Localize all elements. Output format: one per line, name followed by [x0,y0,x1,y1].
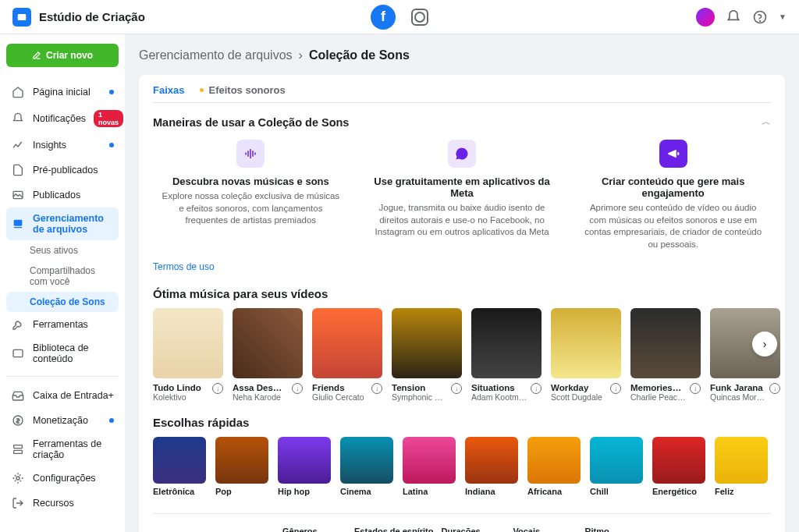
exit-icon [11,496,25,510]
terms-link[interactable]: Termos de uso [153,261,215,272]
download-icon[interactable]: ↓ [371,383,382,394]
nav-published[interactable]: Publicados [6,183,119,207]
download-icon[interactable]: ↓ [292,383,303,394]
download-icon[interactable]: ↓ [690,383,701,394]
category-thumb [278,437,331,484]
category-label: Pop [215,487,268,496]
chat-icon [448,140,476,168]
category-item[interactable]: Indiana [465,437,518,496]
nav-home[interactable]: Página inicial [6,80,119,105]
user-avatar[interactable] [696,8,715,27]
tab-sfx[interactable]: Efeitos sonoros [200,84,285,96]
track-title: Funk Jarana [710,383,763,392]
nav-insights[interactable]: Insights [6,133,119,158]
track-item[interactable]: Workday Scott Dugdale ↓ [551,308,621,402]
dot-indicator [109,418,114,423]
tabs: Faixas Efeitos sonoros [153,84,771,103]
category-item[interactable]: Feliz [715,437,768,496]
download-icon[interactable]: ↓ [531,383,542,394]
facebook-icon[interactable]: f [371,5,396,30]
category-item[interactable]: Eletrônica [153,437,206,496]
category-thumb [215,437,268,484]
help-icon[interactable] [752,9,768,25]
category-thumb [153,437,206,484]
chevron-up-icon[interactable]: ︿ [762,115,771,129]
nav-monetization[interactable]: Monetização [6,408,119,433]
track-artwork [233,308,303,378]
dot-indicator [109,90,114,94]
breadcrumb-current: Coleção de Sons [309,48,410,62]
gear-icon [11,471,25,485]
create-new-button[interactable]: Criar novo [6,44,119,67]
track-item[interactable]: Situations Adam Kootman ↓ [471,308,542,402]
section-quick-title: Escolhas rápidas [153,416,771,429]
track-item[interactable]: Assa Desh Maa... Neha Karode ↓ [233,308,303,402]
nav-prepublished[interactable]: Pré-publicados [6,158,119,183]
chevron-right-icon: › [299,48,303,62]
tab-tracks[interactable]: Faixas [153,84,184,96]
download-icon[interactable]: ↓ [451,383,462,394]
main-content: Gerenciamento de arquivos › Coleção de S… [125,34,799,532]
carousel-next-button[interactable]: › [752,332,777,356]
category-label: Hip hop [278,487,331,496]
info-columns: Descubra novas músicas e sons Explore no… [153,140,771,250]
track-artist: Adam Kootman [471,392,527,402]
category-item[interactable]: Cinema [340,437,393,496]
category-item[interactable]: Chill [590,437,643,496]
category-item[interactable]: Pop [215,437,268,496]
nav-create-tools[interactable]: Ferramentas de criação [6,433,119,466]
sub-your-assets[interactable]: Seus ativos [6,240,119,261]
notif-badge: 1 novas [94,110,123,127]
download-icon[interactable]: ↓ [610,383,621,394]
download-icon[interactable]: ↓ [769,383,780,394]
category-item[interactable]: Africana [527,437,581,496]
track-item[interactable]: Tudo Lindo Kolektivo ↓ [153,308,223,402]
account-caret-icon[interactable]: ▼ [779,12,787,21]
library-icon [11,346,25,360]
nav-library[interactable]: Biblioteca de conteúdo [6,337,119,370]
nav-tools[interactable]: Ferramentas [6,312,119,337]
inbox-icon [11,388,25,403]
sidebar: Criar novo Página inicial Notificações1 … [0,34,125,532]
download-icon[interactable]: ↓ [212,383,223,394]
app-logo-icon [12,8,31,27]
nav-file-management[interactable]: Gerenciamento de arquivos [6,207,119,240]
nav-inbox[interactable]: Caixa de Entrada+ [6,383,119,408]
track-artist: Quincas Moreira [710,392,766,402]
track-artist: Charlie Peacock [630,392,687,402]
nav-settings[interactable]: Configurações [6,466,119,491]
breadcrumb-parent[interactable]: Gerenciamento de arquivos [139,48,293,62]
bell-icon[interactable] [726,9,741,25]
svg-rect-14 [253,151,254,157]
info-col-free: Use gratuitamente em aplicativos da Meta… [364,140,560,250]
info-col-title: Use gratuitamente em aplicativos da Meta [371,176,554,199]
instagram-icon[interactable] [411,9,428,26]
nav-resources[interactable]: Recursos [6,491,119,516]
track-artist: Scott Dugdale [551,392,602,402]
home-icon [11,85,25,99]
svg-rect-9 [14,450,23,453]
category-item[interactable]: Hip hop [278,437,331,496]
category-label: Chill [590,487,643,496]
track-item[interactable]: Tension Symphonic Planet ↓ [392,308,462,402]
nav-separator [6,376,119,377]
svg-rect-5 [14,227,23,228]
svg-point-10 [16,477,20,480]
track-item[interactable]: Memories Like ... Charlie Peacock ↓ [630,308,701,402]
edit-icon [32,51,41,60]
category-thumb [403,437,456,484]
track-title: Tudo Lindo [153,383,201,392]
nav-notifications[interactable]: Notificações1 novas [6,105,119,133]
sub-shared[interactable]: Compartilhados com você [6,261,119,292]
header-center-tabs: f [371,5,428,30]
track-artist: Giulio Cercato [312,392,364,402]
category-label: Eletrônica [153,487,206,496]
track-item[interactable]: Friends Giulio Cercato ↓ [312,308,382,402]
filter-genres: GênerosEscolher [282,527,346,532]
sub-sound-collection[interactable]: Coleção de Sons [6,292,119,312]
document-icon [11,163,25,177]
category-item[interactable]: Latina [403,437,456,496]
info-col-discover: Descubra novas músicas e sons Explore no… [153,140,349,250]
category-item[interactable]: Energético [652,437,705,496]
track-artwork [471,308,542,378]
